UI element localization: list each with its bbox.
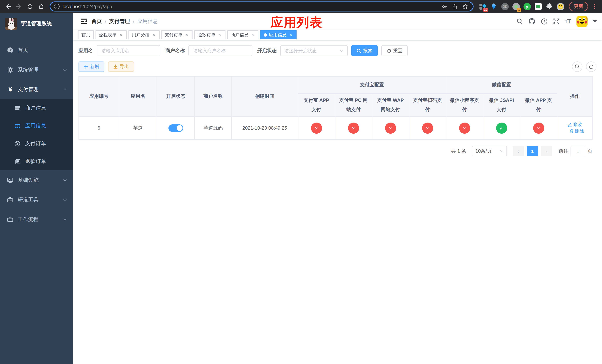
share-icon[interactable] bbox=[452, 3, 458, 10]
close-icon[interactable]: × bbox=[118, 32, 123, 37]
group-wechat-config: 微信配置 bbox=[446, 76, 557, 94]
page-annotation: 应用列表 bbox=[271, 14, 322, 31]
tag-user-group[interactable]: 用户分组× bbox=[129, 30, 160, 39]
home-icon[interactable] bbox=[36, 2, 46, 11]
help-icon[interactable]: ? bbox=[541, 18, 548, 25]
extension-badge: 10 bbox=[483, 8, 488, 12]
goto-page-input[interactable] bbox=[570, 146, 585, 156]
sidebar-item-label: 支付订单 bbox=[25, 140, 46, 147]
site-info-icon[interactable]: i bbox=[54, 4, 60, 9]
top-navbar: 首页 / 支付管理 / 应用信息 应用列表 ? bbox=[73, 13, 602, 30]
fullscreen-icon[interactable] bbox=[553, 18, 559, 24]
table-row: 6 芋道 芋道源码 2021-10-23 08:49:25 × × × × × … bbox=[79, 117, 592, 139]
close-icon[interactable]: × bbox=[217, 32, 222, 37]
sidebar-item-pay-orders[interactable]: 支付订单 bbox=[0, 135, 73, 152]
sidebar-item-infrastructure[interactable]: 基础设施 bbox=[0, 170, 73, 190]
tags-view-bar: 首页 流程表单× 用户分组× 支付订单× 退款订单× 商户信息× 应用信息× bbox=[73, 30, 602, 40]
monitor-chart-icon bbox=[7, 177, 13, 183]
close-icon[interactable]: × bbox=[151, 32, 156, 37]
extension-chat-icon[interactable] bbox=[534, 3, 542, 10]
close-icon[interactable]: × bbox=[250, 32, 255, 37]
sidebar-item-merchant-info[interactable]: 商户信息 bbox=[0, 99, 73, 117]
sidebar-collapse-icon[interactable] bbox=[78, 16, 89, 27]
breadcrumb-payment[interactable]: 支付管理 bbox=[109, 18, 130, 25]
page-1-button[interactable]: 1 bbox=[527, 146, 538, 156]
status-select[interactable]: 请选择开启状态 bbox=[280, 45, 348, 56]
close-icon[interactable]: × bbox=[184, 32, 189, 37]
add-button[interactable]: 新增 bbox=[78, 62, 104, 72]
browser-menu-icon[interactable] bbox=[592, 4, 598, 9]
forward-icon[interactable] bbox=[14, 2, 24, 11]
extension-camera-icon[interactable]: 1 bbox=[512, 3, 520, 10]
sidebar-item-refund-orders[interactable]: 退款订单 bbox=[0, 152, 73, 170]
wx-jsapi-status-badge: ✓ bbox=[496, 123, 507, 134]
back-icon[interactable] bbox=[3, 2, 13, 11]
tag-pay-orders[interactable]: 支付订单× bbox=[161, 30, 193, 39]
reload-icon[interactable] bbox=[25, 2, 35, 11]
url-bar[interactable]: i localhost:1024/pay/app bbox=[50, 1, 473, 11]
user-avatar[interactable] bbox=[576, 16, 588, 27]
browser-update-button[interactable]: 更新 bbox=[569, 2, 588, 11]
sidebar-item-dev-tools[interactable]: 研发工具 bbox=[0, 190, 73, 210]
next-page-button[interactable]: › bbox=[541, 146, 552, 156]
table-toolbar: 新增 导出 bbox=[78, 62, 596, 72]
url-text[interactable]: localhost:1024/pay/app bbox=[63, 4, 442, 9]
sidebar-item-label: 系统管理 bbox=[18, 66, 39, 73]
grid-table-icon bbox=[14, 123, 20, 129]
delete-button[interactable]: 删除 bbox=[569, 128, 584, 134]
breadcrumb-home[interactable]: 首页 bbox=[91, 18, 102, 25]
tag-merchant-info[interactable]: 商户信息× bbox=[227, 30, 258, 39]
extension-smiley-icon[interactable] bbox=[557, 3, 564, 10]
sidebar-item-workflow[interactable]: 工作流程 bbox=[0, 210, 73, 229]
extension-puzzle-icon[interactable] bbox=[545, 3, 553, 10]
sidebar-item-app-info[interactable]: 应用信息 bbox=[0, 117, 73, 135]
extension-command-icon[interactable]: ⌘ bbox=[501, 3, 509, 10]
sidebar-item-payment[interactable]: ¥ 支付管理 bbox=[0, 80, 73, 99]
page-size-select[interactable]: 10条/页 bbox=[472, 146, 507, 156]
screen: i localhost:1024/pay/app 10 ⌘ bbox=[0, 0, 602, 364]
sidebar-item-label: 工作流程 bbox=[18, 216, 39, 223]
col-alipay-pc: 支付宝 PC 网站支付 bbox=[335, 94, 372, 117]
cell-app-id: 6 bbox=[79, 117, 119, 139]
sidebar-item-home[interactable]: 首页 bbox=[0, 40, 73, 60]
tag-app-info[interactable]: 应用信息× bbox=[260, 30, 297, 39]
cell-merchant: 芋道源码 bbox=[194, 117, 232, 139]
chevron-down-icon bbox=[500, 150, 504, 153]
chevron-down-icon bbox=[63, 68, 67, 72]
sidebar-item-label: 基础设施 bbox=[18, 177, 39, 183]
password-key-icon[interactable] bbox=[442, 3, 448, 10]
tag-process-form[interactable]: 流程表单× bbox=[96, 30, 127, 39]
yen-circle-icon bbox=[14, 141, 20, 147]
bookmark-star-icon[interactable] bbox=[462, 3, 468, 10]
font-size-icon[interactable]: TT bbox=[565, 18, 571, 24]
extension-grid-icon[interactable]: 10 bbox=[479, 3, 486, 10]
avatar-caret-icon[interactable] bbox=[593, 20, 597, 24]
github-icon[interactable] bbox=[528, 18, 535, 25]
col-wx-lite: 微信小程序支付 bbox=[446, 94, 483, 117]
col-alipay-qr: 支付宝扫码支付 bbox=[409, 94, 446, 117]
close-icon[interactable]: × bbox=[288, 32, 293, 37]
search-icon[interactable] bbox=[516, 18, 523, 24]
svg-text:?: ? bbox=[543, 20, 545, 23]
sidebar-item-label: 首页 bbox=[18, 47, 28, 54]
status-toggle[interactable] bbox=[168, 124, 183, 132]
sidebar-item-system[interactable]: 系统管理 bbox=[0, 60, 73, 80]
extension-gem-icon[interactable] bbox=[490, 3, 498, 10]
alipay-app-status-badge: × bbox=[311, 123, 322, 134]
edit-button[interactable]: 修改 bbox=[567, 122, 582, 128]
navbar-actions: ? TT bbox=[516, 16, 597, 27]
refresh-button[interactable] bbox=[586, 62, 596, 72]
merchant-name-input[interactable] bbox=[193, 48, 248, 54]
sidebar-logo[interactable]: 芋道管理系统 bbox=[0, 13, 73, 34]
dashboard-icon bbox=[7, 47, 13, 53]
app-name-input[interactable] bbox=[101, 48, 156, 54]
reset-button[interactable]: 重置 bbox=[381, 45, 408, 56]
export-button[interactable]: 导出 bbox=[108, 62, 134, 72]
tag-home[interactable]: 首页 bbox=[78, 30, 94, 39]
group-alipay-config: 支付宝配置 bbox=[298, 76, 446, 94]
extension-y-icon[interactable]: y bbox=[523, 3, 531, 10]
toggle-search-button[interactable] bbox=[572, 62, 582, 72]
search-button[interactable]: 搜索 bbox=[351, 45, 378, 56]
tag-refund-orders[interactable]: 退款订单× bbox=[194, 30, 226, 39]
prev-page-button[interactable]: ‹ bbox=[513, 146, 524, 156]
